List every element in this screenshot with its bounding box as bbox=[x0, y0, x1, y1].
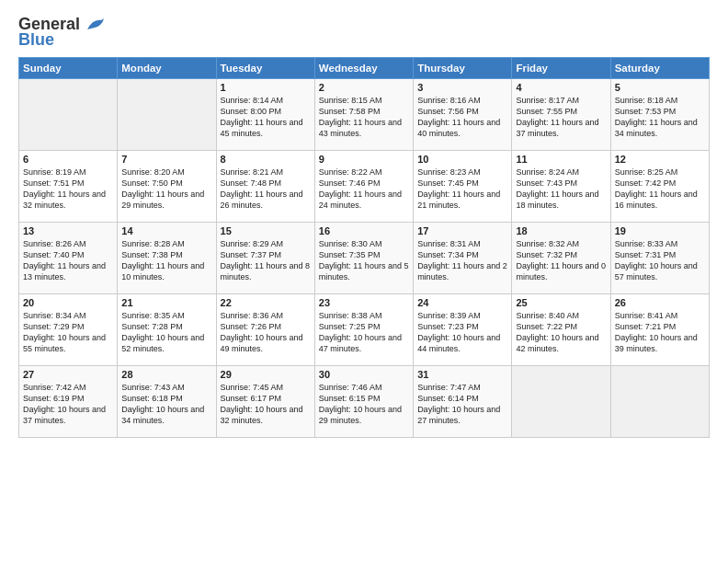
cell-details: Sunrise: 7:42 AMSunset: 6:19 PMDaylight:… bbox=[23, 382, 113, 427]
day-number: 10 bbox=[417, 154, 507, 165]
calendar-cell bbox=[610, 366, 709, 438]
calendar-cell: 22Sunrise: 8:36 AMSunset: 7:26 PMDayligh… bbox=[216, 294, 314, 366]
calendar-cell bbox=[512, 366, 610, 438]
header: General Blue bbox=[18, 15, 710, 50]
day-number: 25 bbox=[516, 297, 606, 308]
calendar-cell: 21Sunrise: 8:35 AMSunset: 7:28 PMDayligh… bbox=[118, 294, 216, 366]
calendar-cell: 18Sunrise: 8:32 AMSunset: 7:32 PMDayligh… bbox=[512, 223, 610, 294]
day-number: 7 bbox=[121, 154, 211, 165]
calendar-cell: 24Sunrise: 8:39 AMSunset: 7:23 PMDayligh… bbox=[414, 294, 512, 366]
calendar-cell: 17Sunrise: 8:31 AMSunset: 7:34 PMDayligh… bbox=[414, 223, 512, 294]
calendar-cell: 13Sunrise: 8:26 AMSunset: 7:40 PMDayligh… bbox=[19, 223, 118, 294]
calendar-cell: 5Sunrise: 8:18 AMSunset: 7:53 PMDaylight… bbox=[610, 79, 709, 151]
calendar-cell: 16Sunrise: 8:30 AMSunset: 7:35 PMDayligh… bbox=[314, 223, 413, 294]
calendar-cell: 8Sunrise: 8:21 AMSunset: 7:48 PMDaylight… bbox=[216, 151, 314, 223]
calendar-cell: 2Sunrise: 8:15 AMSunset: 7:58 PMDaylight… bbox=[314, 79, 413, 151]
calendar-cell: 25Sunrise: 8:40 AMSunset: 7:22 PMDayligh… bbox=[512, 294, 610, 366]
cell-details: Sunrise: 7:47 AMSunset: 6:14 PMDaylight:… bbox=[417, 382, 507, 427]
cell-details: Sunrise: 8:19 AMSunset: 7:51 PMDaylight:… bbox=[23, 167, 113, 212]
cell-details: Sunrise: 8:23 AMSunset: 7:45 PMDaylight:… bbox=[417, 167, 507, 212]
calendar-week-row: 6Sunrise: 8:19 AMSunset: 7:51 PMDaylight… bbox=[19, 151, 710, 223]
day-number: 4 bbox=[516, 82, 606, 93]
cell-details: Sunrise: 8:38 AMSunset: 7:25 PMDaylight:… bbox=[319, 310, 409, 355]
day-number: 9 bbox=[319, 154, 409, 165]
day-number: 17 bbox=[417, 225, 507, 236]
day-number: 20 bbox=[23, 297, 113, 308]
logo: General Blue bbox=[18, 15, 106, 50]
day-number: 13 bbox=[23, 225, 113, 236]
day-number: 11 bbox=[516, 154, 606, 165]
cell-details: Sunrise: 8:17 AMSunset: 7:55 PMDaylight:… bbox=[516, 95, 606, 140]
calendar-cell: 12Sunrise: 8:25 AMSunset: 7:42 PMDayligh… bbox=[610, 151, 709, 223]
calendar-cell: 7Sunrise: 8:20 AMSunset: 7:50 PMDaylight… bbox=[118, 151, 216, 223]
cell-details: Sunrise: 8:15 AMSunset: 7:58 PMDaylight:… bbox=[319, 95, 409, 140]
calendar-cell: 11Sunrise: 8:24 AMSunset: 7:43 PMDayligh… bbox=[512, 151, 610, 223]
day-number: 31 bbox=[417, 369, 507, 380]
day-number: 6 bbox=[23, 154, 113, 165]
day-number: 15 bbox=[221, 225, 311, 236]
calendar-cell: 19Sunrise: 8:33 AMSunset: 7:31 PMDayligh… bbox=[610, 223, 709, 294]
cell-details: Sunrise: 7:45 AMSunset: 6:17 PMDaylight:… bbox=[221, 382, 311, 427]
day-number: 2 bbox=[319, 82, 409, 93]
calendar-cell: 4Sunrise: 8:17 AMSunset: 7:55 PMDaylight… bbox=[512, 79, 610, 151]
page: General Blue SundayMondayTuesdayWednesda… bbox=[0, 0, 728, 447]
calendar-cell: 14Sunrise: 8:28 AMSunset: 7:38 PMDayligh… bbox=[118, 223, 216, 294]
calendar-cell: 30Sunrise: 7:46 AMSunset: 6:15 PMDayligh… bbox=[314, 366, 413, 438]
calendar-cell: 20Sunrise: 8:34 AMSunset: 7:29 PMDayligh… bbox=[19, 294, 118, 366]
calendar-week-row: 13Sunrise: 8:26 AMSunset: 7:40 PMDayligh… bbox=[19, 223, 710, 294]
weekday-header-friday: Friday bbox=[512, 58, 610, 79]
day-number: 19 bbox=[615, 225, 705, 236]
day-number: 29 bbox=[221, 369, 311, 380]
day-number: 18 bbox=[516, 225, 606, 236]
day-number: 14 bbox=[121, 225, 211, 236]
cell-details: Sunrise: 8:32 AMSunset: 7:32 PMDaylight:… bbox=[516, 238, 606, 283]
day-number: 24 bbox=[417, 297, 507, 308]
day-number: 16 bbox=[319, 225, 409, 236]
day-number: 30 bbox=[319, 369, 409, 380]
day-number: 8 bbox=[221, 154, 311, 165]
calendar-cell: 31Sunrise: 7:47 AMSunset: 6:14 PMDayligh… bbox=[414, 366, 512, 438]
calendar-cell: 28Sunrise: 7:43 AMSunset: 6:18 PMDayligh… bbox=[118, 366, 216, 438]
cell-details: Sunrise: 8:41 AMSunset: 7:21 PMDaylight:… bbox=[615, 310, 705, 355]
cell-details: Sunrise: 8:40 AMSunset: 7:22 PMDaylight:… bbox=[516, 310, 606, 355]
logo-blue-text: Blue bbox=[18, 30, 54, 50]
day-number: 5 bbox=[615, 82, 705, 93]
cell-details: Sunrise: 8:30 AMSunset: 7:35 PMDaylight:… bbox=[319, 238, 409, 283]
cell-details: Sunrise: 8:18 AMSunset: 7:53 PMDaylight:… bbox=[615, 95, 705, 140]
calendar-cell: 27Sunrise: 7:42 AMSunset: 6:19 PMDayligh… bbox=[19, 366, 118, 438]
cell-details: Sunrise: 8:29 AMSunset: 7:37 PMDaylight:… bbox=[221, 238, 311, 283]
cell-details: Sunrise: 8:33 AMSunset: 7:31 PMDaylight:… bbox=[615, 238, 705, 283]
day-number: 21 bbox=[121, 297, 211, 308]
calendar-week-row: 1Sunrise: 8:14 AMSunset: 8:00 PMDaylight… bbox=[19, 79, 710, 151]
calendar-cell: 9Sunrise: 8:22 AMSunset: 7:46 PMDaylight… bbox=[314, 151, 413, 223]
cell-details: Sunrise: 8:35 AMSunset: 7:28 PMDaylight:… bbox=[121, 310, 211, 355]
cell-details: Sunrise: 8:14 AMSunset: 8:00 PMDaylight:… bbox=[221, 95, 311, 140]
calendar-cell: 1Sunrise: 8:14 AMSunset: 8:00 PMDaylight… bbox=[216, 79, 314, 151]
weekday-header-thursday: Thursday bbox=[414, 58, 512, 79]
day-number: 3 bbox=[417, 82, 507, 93]
weekday-header-saturday: Saturday bbox=[610, 58, 709, 79]
cell-details: Sunrise: 8:39 AMSunset: 7:23 PMDaylight:… bbox=[417, 310, 507, 355]
calendar-week-row: 20Sunrise: 8:34 AMSunset: 7:29 PMDayligh… bbox=[19, 294, 710, 366]
calendar-cell: 23Sunrise: 8:38 AMSunset: 7:25 PMDayligh… bbox=[314, 294, 413, 366]
cell-details: Sunrise: 8:31 AMSunset: 7:34 PMDaylight:… bbox=[417, 238, 507, 283]
cell-details: Sunrise: 8:25 AMSunset: 7:42 PMDaylight:… bbox=[615, 167, 705, 212]
cell-details: Sunrise: 7:43 AMSunset: 6:18 PMDaylight:… bbox=[121, 382, 211, 427]
calendar-cell: 26Sunrise: 8:41 AMSunset: 7:21 PMDayligh… bbox=[610, 294, 709, 366]
cell-details: Sunrise: 8:22 AMSunset: 7:46 PMDaylight:… bbox=[319, 167, 409, 212]
weekday-header-sunday: Sunday bbox=[19, 58, 118, 79]
calendar-cell bbox=[118, 79, 216, 151]
calendar-cell: 3Sunrise: 8:16 AMSunset: 7:56 PMDaylight… bbox=[414, 79, 512, 151]
cell-details: Sunrise: 8:26 AMSunset: 7:40 PMDaylight:… bbox=[23, 238, 113, 283]
day-number: 28 bbox=[121, 369, 211, 380]
day-number: 23 bbox=[319, 297, 409, 308]
calendar-cell: 10Sunrise: 8:23 AMSunset: 7:45 PMDayligh… bbox=[414, 151, 512, 223]
cell-details: Sunrise: 8:20 AMSunset: 7:50 PMDaylight:… bbox=[121, 167, 211, 212]
calendar-cell: 6Sunrise: 8:19 AMSunset: 7:51 PMDaylight… bbox=[19, 151, 118, 223]
day-number: 26 bbox=[615, 297, 705, 308]
calendar-cell bbox=[19, 79, 118, 151]
calendar-cell: 29Sunrise: 7:45 AMSunset: 6:17 PMDayligh… bbox=[216, 366, 314, 438]
cell-details: Sunrise: 8:16 AMSunset: 7:56 PMDaylight:… bbox=[417, 95, 507, 140]
day-number: 12 bbox=[615, 154, 705, 165]
calendar-cell: 15Sunrise: 8:29 AMSunset: 7:37 PMDayligh… bbox=[216, 223, 314, 294]
